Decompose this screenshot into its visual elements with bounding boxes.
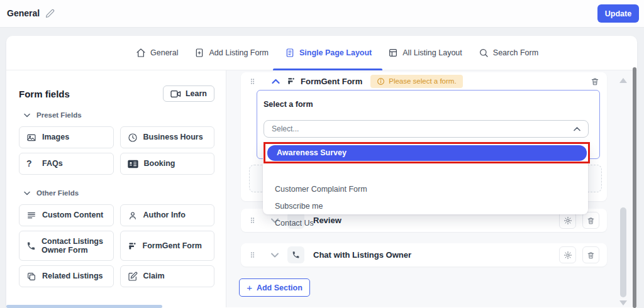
page-title-wrap: General <box>7 8 55 18</box>
field-label: FormGent Form <box>143 241 202 250</box>
field-label: Business Hours <box>143 133 203 141</box>
tab-all-listing-layout[interactable]: All Listing Layout <box>388 36 462 70</box>
field-item-images[interactable]: Images <box>19 126 114 148</box>
scroll-down-arrow-icon[interactable] <box>619 300 627 305</box>
field-label: Related Listings <box>42 272 103 280</box>
trash-icon[interactable] <box>582 246 599 263</box>
scroll-up-arrow-icon[interactable] <box>619 78 627 83</box>
field-label: Custom Content <box>42 211 103 219</box>
layout-icon <box>388 48 398 58</box>
drag-handle-icon[interactable] <box>248 250 257 260</box>
group-label: Other Fields <box>36 189 79 197</box>
id-card-icon <box>128 160 138 168</box>
edit-icon <box>128 272 138 282</box>
section-title: Review <box>313 216 341 225</box>
search-icon <box>479 48 489 58</box>
horizontal-scrollbar-thumb[interactable] <box>6 305 162 308</box>
tab-add-listing-form[interactable]: Add Listing Form <box>194 36 268 70</box>
update-button[interactable]: Update <box>597 4 639 23</box>
user-icon <box>128 211 138 221</box>
image-icon <box>26 133 36 143</box>
field-label: Author Info <box>143 211 186 219</box>
form-select-dropdown: Awareness Survey Customer Complaint Form… <box>263 143 588 214</box>
group-label: Preset Fields <box>36 111 82 119</box>
chevron-down-icon <box>24 191 30 195</box>
field-label: Claim <box>143 272 165 280</box>
plus-icon: + <box>247 282 252 293</box>
option-subscribe-me[interactable]: Subscribe me <box>275 202 323 211</box>
field-label: FAQs <box>42 159 63 168</box>
tab-general[interactable]: General <box>136 36 178 70</box>
field-item-related-listings[interactable]: Related Listings <box>19 265 114 287</box>
edit-pencil-icon[interactable] <box>45 9 55 18</box>
tab-label: General <box>150 48 178 57</box>
gear-icon[interactable] <box>559 212 576 229</box>
field-item-author-info[interactable]: Author Info <box>120 204 215 226</box>
field-label: Images <box>42 133 69 141</box>
phone-icon <box>26 241 36 251</box>
section-chat-with-listings-owner: Chat with Listings Owner <box>241 243 607 267</box>
video-icon <box>170 90 181 98</box>
learn-button[interactable]: Learn <box>163 85 214 102</box>
tab-label: All Listing Layout <box>402 48 462 57</box>
field-item-booking[interactable]: Booking <box>120 153 215 175</box>
file-plus-icon <box>194 48 204 58</box>
tab-label: Search Form <box>493 48 538 57</box>
home-icon <box>136 48 146 58</box>
field-item-contact-listings-owner-form[interactable]: Contact Listings Owner Form <box>19 231 114 261</box>
trash-icon[interactable] <box>591 77 599 86</box>
field-label: Contact Listings Owner Form <box>42 237 108 255</box>
formgent-icon <box>128 241 137 251</box>
outer-scrollbar-thumb[interactable] <box>633 67 636 308</box>
option-contact-us[interactable]: Contact Us <box>275 219 314 228</box>
top-bar: General Update <box>0 0 644 28</box>
sidebar-title: Form fields <box>19 89 70 99</box>
other-fields-toggle[interactable]: Other Fields <box>24 189 214 197</box>
file-text-icon <box>285 48 295 58</box>
layout-canvas: FormGent Form Please select a form. Sele… <box>226 70 637 307</box>
canvas-scrollbar-thumb[interactable] <box>620 207 626 297</box>
field-item-faqs[interactable]: ? FAQs <box>19 153 114 175</box>
tab-single-page-layout[interactable]: Single Page Layout <box>285 36 372 70</box>
trash-icon[interactable] <box>582 212 599 229</box>
clock-icon <box>128 133 138 143</box>
add-section-button[interactable]: + Add Section <box>239 278 310 297</box>
option-awareness-survey[interactable]: Awareness Survey <box>267 145 587 161</box>
field-item-business-hours[interactable]: Business Hours <box>120 126 215 148</box>
chevron-up-icon[interactable] <box>272 79 280 84</box>
section-title: Chat with Listings Owner <box>313 250 411 260</box>
field-label: Booking <box>144 159 175 168</box>
tab-search-form[interactable]: Search Form <box>479 36 538 70</box>
option-customer-complaint-form[interactable]: Customer Complaint Form <box>275 185 367 194</box>
gear-icon[interactable] <box>559 246 576 263</box>
tab-label: Single Page Layout <box>299 48 372 57</box>
main-card: General Add Listing Form Single Page Lay… <box>6 36 637 308</box>
drag-handle-icon[interactable] <box>248 77 257 86</box>
info-circle-icon <box>377 77 385 85</box>
preset-fields-toggle[interactable]: Preset Fields <box>24 111 214 119</box>
copy-icon <box>26 272 36 282</box>
chevron-down-icon[interactable] <box>271 253 279 258</box>
phone-icon <box>287 246 304 263</box>
question-icon: ? <box>26 158 36 168</box>
select-form-label: Select a form <box>264 100 313 109</box>
field-item-custom-content[interactable]: Custom Content <box>19 204 114 226</box>
chevron-down-icon <box>24 113 30 118</box>
formgent-icon <box>287 77 296 85</box>
form-select-control[interactable]: Select... <box>264 120 589 138</box>
add-section-label: Add Section <box>257 283 303 292</box>
page-title: General <box>7 8 40 18</box>
field-item-claim[interactable]: Claim <box>120 265 215 287</box>
warning-text: Please select a form. <box>389 77 456 85</box>
learn-label: Learn <box>186 89 207 98</box>
select-placeholder: Select... <box>272 124 299 133</box>
tab-bar: General Add Listing Form Single Page Lay… <box>6 36 637 70</box>
form-fields-sidebar: Form fields Learn Preset Fields <box>6 70 226 307</box>
field-item-formgent-form[interactable]: FormGent Form <box>120 231 215 261</box>
chevron-up-icon <box>574 127 580 131</box>
tab-label: Add Listing Form <box>209 48 268 57</box>
section-title: FormGent Form <box>301 77 362 86</box>
warning-badge: Please select a form. <box>370 75 462 88</box>
drag-handle-icon[interactable] <box>248 216 257 225</box>
section-header: FormGent Form Please select a form. <box>241 72 607 90</box>
